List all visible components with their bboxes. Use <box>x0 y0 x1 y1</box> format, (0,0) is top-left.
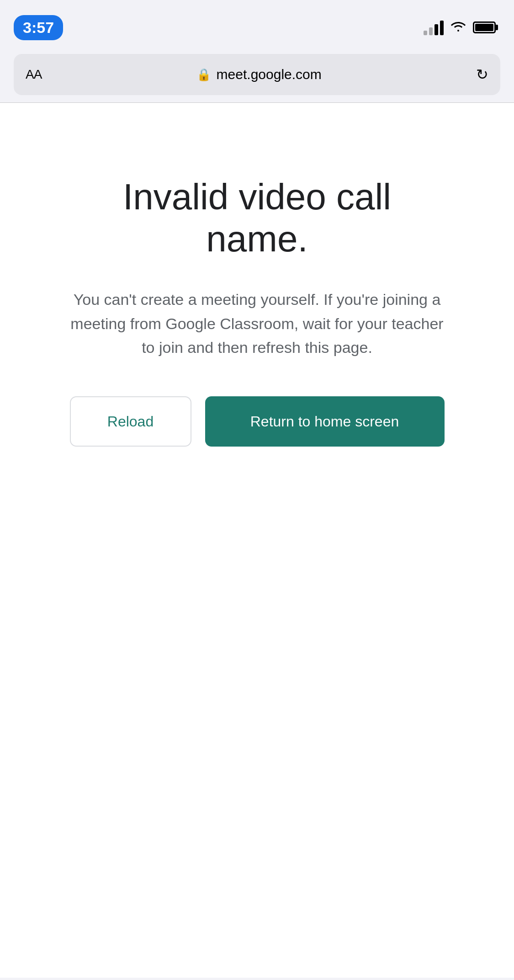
status-time: 3:57 <box>14 15 63 40</box>
status-bar: 3:57 <box>0 0 514 46</box>
error-title: Invalid video call name. <box>74 176 440 260</box>
wifi-icon <box>450 20 466 36</box>
browser-url-text: meet.google.com <box>217 67 322 82</box>
browser-bar[interactable]: AA 🔒 meet.google.com ↻ <box>14 54 500 95</box>
browser-reload-icon[interactable]: ↻ <box>476 66 488 83</box>
browser-url-display[interactable]: 🔒 meet.google.com <box>49 67 469 82</box>
status-icons <box>424 20 496 36</box>
battery-icon <box>473 21 496 33</box>
error-description: You can't create a meeting yourself. If … <box>70 288 445 360</box>
signal-icon <box>424 20 444 35</box>
lock-icon: 🔒 <box>196 68 211 82</box>
browser-aa-button[interactable]: AA <box>26 67 42 82</box>
button-row: Reload Return to home screen <box>70 396 445 447</box>
main-content: Invalid video call name. You can't creat… <box>0 103 514 978</box>
return-home-button[interactable]: Return to home screen <box>205 396 445 447</box>
reload-button[interactable]: Reload <box>70 396 191 447</box>
